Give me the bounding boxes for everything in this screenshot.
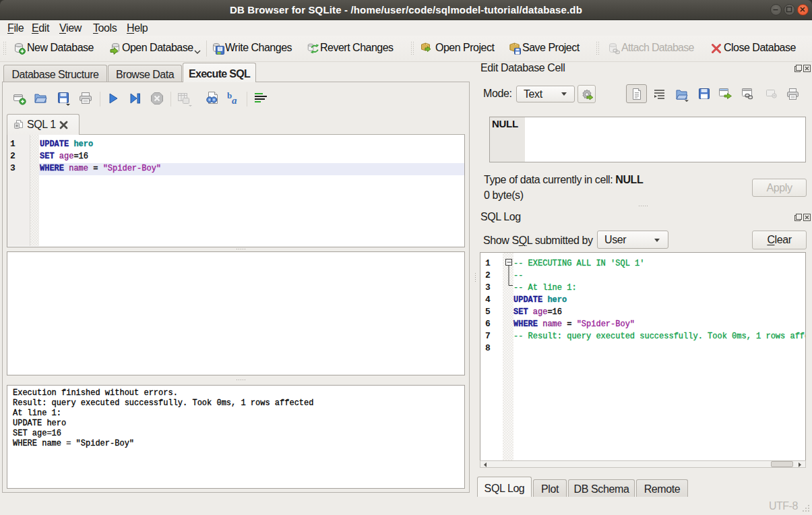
svg-text:a: a xyxy=(232,95,237,106)
